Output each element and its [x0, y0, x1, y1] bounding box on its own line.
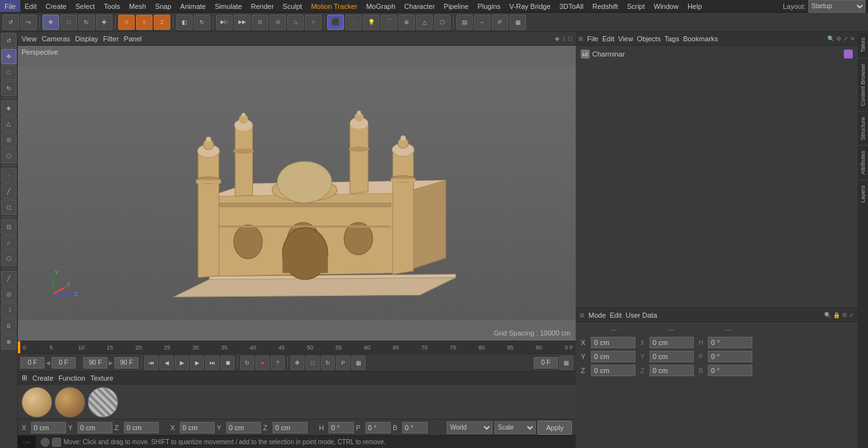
tc-record[interactable]: ●	[255, 356, 269, 370]
tb-obj[interactable]: ◧	[176, 15, 193, 30]
menu-render[interactable]: Render	[247, 0, 278, 12]
tb-nurbs[interactable]: ⊕	[398, 15, 415, 30]
side-tab2-structure[interactable]: Structure	[858, 111, 868, 146]
lt-texture[interactable]: ◎	[1, 132, 17, 147]
tb-render4[interactable]: ◎	[269, 15, 286, 30]
tc-help[interactable]: ?	[271, 356, 285, 370]
tb-rotate[interactable]: ↻	[78, 15, 95, 30]
tb-render1[interactable]: ▶▷	[216, 15, 233, 30]
menu-mograph[interactable]: MoGraph	[362, 0, 400, 12]
viewport-2[interactable]: View Cameras Display Filter Panel ◈ ↕ □	[18, 32, 576, 341]
menu-sculpt[interactable]: Sculpt	[278, 0, 307, 12]
mat-texture[interactable]: Texture	[90, 374, 113, 382]
tc-end[interactable]	[83, 357, 107, 369]
menu-window[interactable]: Window	[649, 0, 683, 12]
cx-val[interactable]	[31, 422, 66, 433]
tc-prev[interactable]	[51, 357, 76, 369]
cb-val[interactable]	[402, 422, 428, 433]
tb-undo[interactable]: ↺	[3, 15, 19, 30]
tb-layout[interactable]: ▤	[456, 15, 473, 30]
lt-rect[interactable]: ⊡	[1, 219, 17, 234]
scale-dropdown[interactable]: Scale	[494, 421, 536, 434]
layout-select[interactable]: Startup	[808, 0, 865, 13]
am2-x-pos[interactable]	[591, 337, 635, 348]
vp2-display[interactable]: Display	[75, 35, 98, 43]
tc-end2[interactable]	[114, 357, 139, 369]
side-tab2-content[interactable]: Content Browser	[858, 58, 868, 111]
tb-redo[interactable]: ↪	[20, 15, 37, 30]
am2-z-pos[interactable]	[591, 365, 635, 376]
tb-x[interactable]: X	[118, 15, 135, 30]
tb-cube[interactable]: ⬛	[327, 15, 344, 30]
tb-z[interactable]: Z	[154, 15, 170, 30]
tb-snap[interactable]: ↔	[474, 15, 491, 30]
cz-val[interactable]	[124, 422, 159, 433]
world-dropdown[interactable]: World	[447, 421, 492, 434]
tc-goto-start[interactable]: ⏮	[144, 356, 158, 370]
tc-start[interactable]	[20, 357, 44, 369]
am2-userdata[interactable]: User Data	[626, 311, 658, 319]
tc-grid[interactable]: ▦	[351, 356, 365, 370]
frame-indicator[interactable]	[534, 357, 558, 369]
cy-val[interactable]	[78, 422, 112, 433]
am2-z-size[interactable]	[649, 365, 694, 376]
am2-lock-icon[interactable]: 🔒	[833, 312, 840, 318]
vp2-icon2[interactable]: ↕	[562, 35, 566, 42]
om2-file[interactable]: File	[587, 35, 599, 43]
tb-render3[interactable]: ⊡	[252, 15, 268, 30]
tc-box[interactable]: □	[306, 356, 320, 370]
menu-animate[interactable]: Animate	[176, 0, 210, 12]
am2-b-val[interactable]	[708, 365, 752, 376]
lt-model[interactable]: △	[1, 116, 17, 132]
lt-poly2[interactable]: ⬡	[1, 251, 17, 266]
apply-button[interactable]: Apply	[538, 421, 572, 435]
tb-def[interactable]: △	[416, 15, 433, 30]
menu-help[interactable]: Help	[683, 0, 707, 12]
am2-p-val[interactable]	[708, 351, 752, 362]
vp2-icon1[interactable]: ◈	[555, 35, 560, 42]
menu-tools[interactable]: Tools	[99, 0, 125, 12]
am2-y-pos[interactable]	[591, 351, 635, 362]
menu-pipeline[interactable]: Pipeline	[439, 0, 473, 12]
om2-close-icon[interactable]: ✕	[850, 36, 855, 42]
am2-y-size[interactable]	[649, 351, 694, 362]
lt-rotate[interactable]: ↻	[1, 81, 17, 96]
menu-mesh[interactable]: Mesh	[125, 0, 151, 12]
om2-tags[interactable]: Tags	[665, 35, 679, 43]
am2-edit[interactable]: Edit	[610, 311, 622, 319]
lt-scale[interactable]: □	[1, 65, 17, 80]
cx2-val[interactable]	[180, 422, 215, 433]
lt-poly[interactable]: ◻	[1, 200, 17, 215]
lt-magnet[interactable]: ☽	[1, 302, 17, 318]
lt-knife[interactable]: ╱	[1, 271, 17, 286]
am2-h-val[interactable]	[708, 337, 752, 348]
menu-select[interactable]: Select	[71, 0, 100, 12]
menu-plugins[interactable]: Plugins	[473, 0, 505, 12]
tc-step-back[interactable]: ◀	[159, 356, 173, 370]
tb-scale[interactable]: □	[60, 15, 77, 30]
tb-anim[interactable]: ↻	[194, 15, 210, 30]
om2-expand-icon[interactable]: ⤢	[843, 36, 848, 42]
tc-step-fwd[interactable]: ▶	[190, 356, 204, 370]
tc-record-stop[interactable]: ⏹	[220, 356, 234, 370]
menu-redshift[interactable]: Redshift	[588, 0, 622, 12]
tc-p[interactable]: P	[336, 356, 350, 370]
om2-gear-icon[interactable]: ⚙	[836, 36, 841, 42]
am2-gear-icon[interactable]: ⚙	[842, 312, 847, 318]
tb-spline[interactable]: ⌒	[381, 15, 397, 30]
vp2-filter[interactable]: Filter	[103, 35, 118, 43]
tb-render6[interactable]: ☆	[305, 15, 322, 30]
menu-snap[interactable]: Snap	[151, 0, 176, 12]
tb-cam[interactable]: 🎥	[345, 15, 362, 30]
tb-plus[interactable]: ✚	[96, 15, 112, 30]
tb-move[interactable]: ✥	[43, 15, 59, 30]
lt-work[interactable]: ⬡	[1, 148, 17, 163]
lt-undo[interactable]: ↺	[1, 33, 17, 48]
tc-goto-end[interactable]: ⏭	[205, 356, 219, 370]
tc-anim-btn[interactable]: ▦	[559, 356, 573, 370]
tb-render5[interactable]: △	[287, 15, 304, 30]
menu-motion-tracker[interactable]: Motion Tracker	[306, 0, 362, 12]
mat-function[interactable]: Function	[58, 374, 85, 382]
tb-y[interactable]: Y	[136, 15, 153, 30]
tb-light[interactable]: 💡	[363, 15, 379, 30]
